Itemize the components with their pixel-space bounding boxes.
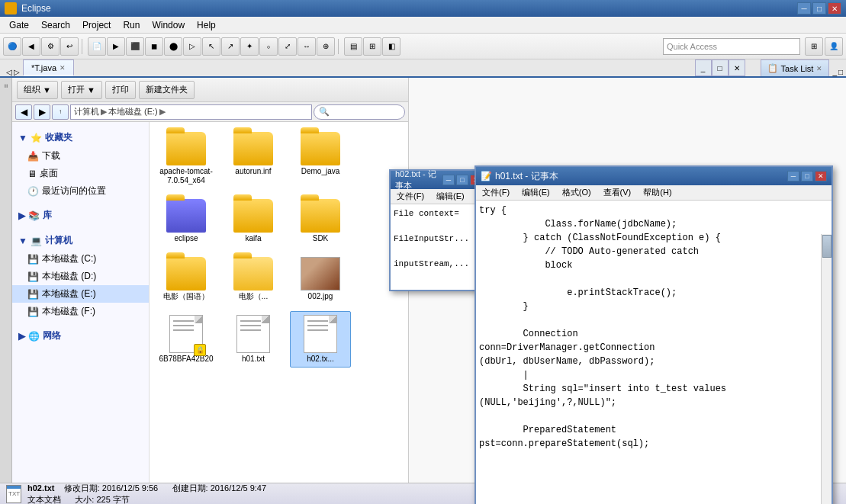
sidebar-item-drive-c[interactable]: 💾 本地磁盘 (C:) [12, 250, 149, 268]
toolbar-btn-17[interactable]: ⊕ [317, 37, 335, 56]
file-item-eclipse[interactable]: eclipse [156, 195, 217, 247]
drive-e-icon: 💾 [27, 289, 39, 300]
file-item-movie1[interactable]: 电影（国语） [156, 253, 217, 305]
sidebar-item-recent[interactable]: 🕐 最近访问的位置 [12, 182, 149, 200]
toolbar-btn-1[interactable]: 🔵 [3, 37, 21, 56]
minimize-button[interactable]: ─ [797, 2, 811, 14]
task-max-btn[interactable]: □ [838, 68, 843, 76]
address-path[interactable]: 计算机 ▶ 本地磁盘 (E:) ▶ [70, 104, 312, 120]
toolbar-btn-11[interactable]: ↖ [202, 37, 220, 56]
drive-e-label: 本地磁盘 (E:) [42, 287, 96, 300]
file-item-kaifa[interactable]: kaifa [223, 195, 284, 247]
task-list-close[interactable]: ✕ [816, 65, 822, 72]
notepad-h01-menu-help[interactable]: 帮助(H) [637, 187, 677, 198]
notepad-h02-content[interactable]: File context= FileInputStr... inputStrea… [391, 204, 487, 290]
scrollbar-thumb[interactable] [822, 235, 832, 258]
maximize-button[interactable]: □ [812, 2, 826, 14]
notepad-h02-menu-edit[interactable]: 编辑(E) [430, 191, 471, 202]
tab-ctrl-btn-1[interactable]: ◁ [6, 68, 12, 76]
minimize-panel-btn[interactable]: _ [695, 59, 712, 76]
sidebar-favorites-header[interactable]: ▼ ⭐ 收藏夹 [12, 128, 149, 147]
notepad-h02-min[interactable]: ─ [442, 175, 455, 185]
file-item-autorun[interactable]: autorun.inf [223, 128, 284, 189]
maximize-panel-btn[interactable]: □ [712, 59, 729, 76]
toolbar-btn-2[interactable]: ◀ [22, 37, 40, 56]
tab-left-controls: ◁ ▷ [3, 68, 23, 76]
quick-access-input[interactable]: Quick Access [663, 38, 800, 55]
toolbar-btn-4[interactable]: ↩ [60, 37, 79, 56]
toolbar-profile-btn[interactable]: 👤 [825, 37, 843, 56]
toolbar-btn-9[interactable]: ⬤ [164, 37, 182, 56]
toolbar-btn-5[interactable]: 📄 [88, 37, 106, 56]
sidebar-library-header[interactable]: ▶ 📚 库 [12, 206, 149, 225]
toolbar-btn-19[interactable]: ⊞ [363, 37, 381, 56]
toolbar-btn-18[interactable]: ▤ [344, 37, 362, 56]
left-sidebar: ≡ [0, 78, 12, 483]
close-panel-btn[interactable]: ✕ [729, 59, 745, 76]
notepad-h01-menu-file[interactable]: 文件(F) [476, 187, 516, 198]
file-item-lock[interactable]: 🔒 6B78BFA42B20 [156, 311, 217, 368]
tab-tjava[interactable]: *T.java ✕ [23, 59, 74, 76]
menu-help[interactable]: Help [191, 18, 222, 32]
new-folder-button[interactable]: 新建文件夹 [139, 81, 195, 99]
toolbar-btn-8[interactable]: ◼ [145, 37, 163, 56]
file-item-002jpg[interactable]: 002.jpg [290, 253, 351, 305]
organize-button[interactable]: 组织 ▼ [17, 81, 58, 99]
sidebar-item-drive-d[interactable]: 💾 本地磁盘 (D:) [12, 268, 149, 285]
notepad-h01-close[interactable]: ✕ [815, 171, 827, 181]
toolbar-btn-3[interactable]: ⚙ [41, 37, 60, 56]
notepad-h01-scrollbar[interactable] [821, 234, 832, 504]
toolbar-btn-13[interactable]: ✦ [240, 37, 259, 56]
sidebar-item-download[interactable]: 📥 下载 [12, 147, 149, 165]
file-item-h02[interactable]: h02.tx... [290, 311, 351, 368]
toolbar-btn-16[interactable]: ↔ [298, 37, 316, 56]
toolbar-perspective-btn[interactable]: ⊞ [805, 37, 823, 56]
menu-project[interactable]: Project [76, 18, 117, 32]
toolbar-btn-20[interactable]: ◧ [382, 37, 400, 56]
sidebar-item-drive-f[interactable]: 💾 本地磁盘 (F:) [12, 303, 149, 320]
notepad-h01-content[interactable]: try { Class.forName(jdbcName); } catch (… [476, 201, 832, 504]
toolbar-btn-6[interactable]: ▶ [107, 37, 125, 56]
task-panel-controls: _ □ [829, 68, 846, 76]
print-button[interactable]: 打印 [105, 81, 136, 99]
tab-tjava-close[interactable]: ✕ [60, 64, 66, 72]
notepad-h01-min[interactable]: ─ [787, 171, 799, 181]
status-created: 创建日期: 2016/12/5 9:47 [172, 483, 267, 493]
file-item-movie2[interactable]: 电影（... [223, 253, 284, 305]
task-list-tab[interactable]: 📋 Task List ✕ [761, 59, 830, 76]
toolbar-btn-14[interactable]: ⬦ [259, 37, 278, 56]
sidebar-computer-header[interactable]: ▼ 💻 计算机 [12, 231, 149, 250]
file-item-demojava[interactable]: Demo_java [290, 128, 351, 189]
up-button[interactable]: ↑ [52, 104, 69, 120]
notepad-h01-menu-edit[interactable]: 编辑(E) [516, 187, 556, 198]
menu-window[interactable]: Window [146, 18, 191, 32]
notepad-h01-menu-view[interactable]: 查看(V) [597, 187, 638, 198]
notepad-h01-max[interactable]: □ [801, 171, 813, 181]
back-button[interactable]: ◀ [15, 104, 32, 120]
tab-ctrl-btn-2[interactable]: ▷ [14, 68, 20, 76]
file-item-sdk[interactable]: SDK [290, 195, 351, 247]
task-min-btn[interactable]: _ [832, 68, 837, 76]
window-controls: ─ □ ✕ [797, 2, 841, 14]
sidebar-network-header[interactable]: ▶ 🌐 网络 [12, 326, 149, 345]
toolbar-btn-12[interactable]: ↗ [221, 37, 240, 56]
notepad-h02-max[interactable]: □ [456, 175, 468, 185]
txt-line-h01-3 [240, 329, 261, 331]
favorites-label: 收藏夹 [45, 131, 72, 144]
toolbar-btn-7[interactable]: ⬛ [126, 37, 144, 56]
search-box[interactable]: 🔍 [314, 104, 405, 120]
file-item-h01[interactable]: h01.txt [223, 311, 284, 368]
sidebar-item-drive-e[interactable]: 💾 本地磁盘 (E:) [12, 285, 149, 303]
toolbar-btn-10[interactable]: ▷ [183, 37, 201, 56]
file-item-apache[interactable]: apache-tomcat-7.0.54_x64 [156, 128, 217, 189]
menu-gate[interactable]: Gate [3, 18, 35, 32]
forward-button[interactable]: ▶ [34, 104, 50, 120]
notepad-h02-menu-file[interactable]: 文件(F) [391, 191, 430, 202]
notepad-h01-menu-format[interactable]: 格式(O) [556, 187, 597, 198]
sidebar-item-desktop[interactable]: 🖥 桌面 [12, 165, 149, 182]
close-button[interactable]: ✕ [828, 2, 841, 14]
toolbar-btn-15[interactable]: ⤢ [278, 37, 297, 56]
menu-search[interactable]: Search [35, 18, 76, 32]
menu-run[interactable]: Run [117, 18, 146, 32]
open-button[interactable]: 打开 ▼ [61, 81, 102, 99]
